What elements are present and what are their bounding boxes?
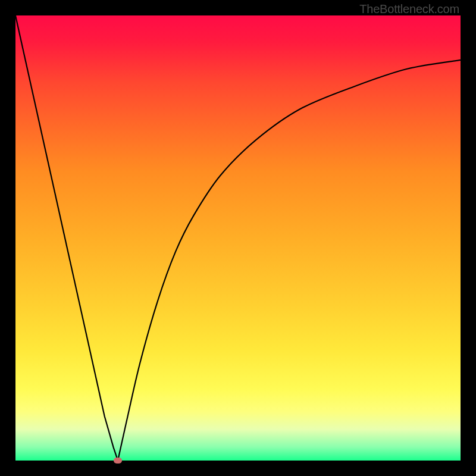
bottleneck-curve [15, 15, 461, 461]
chart-curve [15, 15, 461, 461]
watermark-label: TheBottleneck.com [359, 2, 459, 16]
optimum-marker [114, 458, 122, 464]
